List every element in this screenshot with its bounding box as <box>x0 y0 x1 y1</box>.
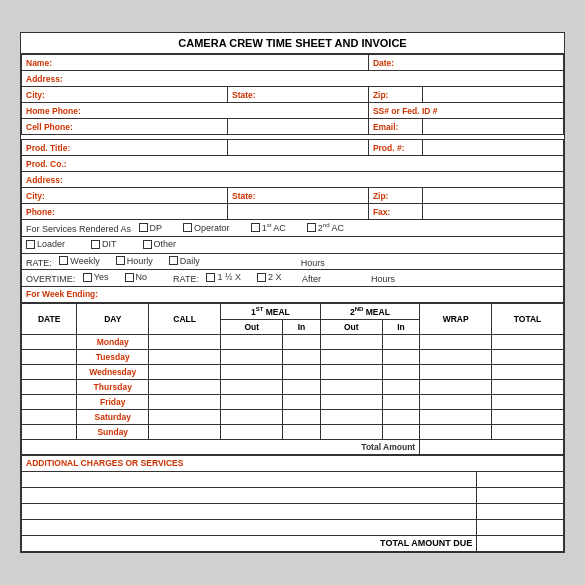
hourly-option[interactable]: Hourly <box>116 256 153 266</box>
add-charge-amount-3 <box>477 503 564 519</box>
add-charge-row-4 <box>22 519 477 535</box>
dp-option[interactable]: DP <box>139 223 163 233</box>
total-amount-label: Total Amount <box>22 439 420 454</box>
first-meal-header: 1ST MEAL <box>221 303 321 319</box>
table-row: Wednesday <box>22 364 564 379</box>
add-charge-amount-4 <box>477 519 564 535</box>
table-row: Saturday <box>22 409 564 424</box>
second-meal-out-header: Out <box>320 319 382 334</box>
hourly-label: Hourly <box>127 256 153 266</box>
no-checkbox[interactable] <box>125 273 134 282</box>
loader-label: Loader <box>37 239 65 249</box>
loader-option[interactable]: Loader <box>26 239 65 249</box>
phone-label: Phone: <box>22 204 228 220</box>
day-header: DAY <box>77 303 149 334</box>
prod-num-label: Prod. #: <box>368 140 422 156</box>
daily-checkbox[interactable] <box>169 256 178 265</box>
weekly-checkbox[interactable] <box>59 256 68 265</box>
hours2-label: Hours <box>371 274 395 284</box>
page-title: CAMERA CREW TIME SHEET AND INVOICE <box>21 33 564 54</box>
dp-checkbox[interactable] <box>139 223 148 232</box>
state-label: State: <box>227 87 368 103</box>
tuesday-cell: Tuesday <box>77 349 149 364</box>
monday-cell: Monday <box>77 334 149 349</box>
other-label: Other <box>154 239 177 249</box>
no-option[interactable]: No <box>125 272 148 282</box>
first-ac-option[interactable]: 1st AC <box>251 222 286 233</box>
call-header: CALL <box>149 303 221 334</box>
additional-charges-label: ADDITIONAL CHARGES OR SERVICES <box>22 455 564 471</box>
overtime-row: OVERTIME: Yes No RATE: 1 ½ X <box>22 270 564 287</box>
prod-co-label: Prod. Co.: <box>22 156 564 172</box>
invoice-page: CAMERA CREW TIME SHEET AND INVOICE Name:… <box>20 32 565 552</box>
total-header: TOTAL <box>492 303 564 334</box>
fax-label: Fax: <box>368 204 422 220</box>
friday-cell: Friday <box>77 394 149 409</box>
name-label: Name: <box>22 55 369 71</box>
wrap-header: WRAP <box>420 303 492 334</box>
yes-label: Yes <box>94 272 109 282</box>
city2-label: City: <box>22 188 228 204</box>
second-ac-checkbox[interactable] <box>307 223 316 232</box>
additional-charges-table: ADDITIONAL CHARGES OR SERVICES TOTAL AMO… <box>21 455 564 552</box>
total-due-label: TOTAL AMOUNT DUE <box>22 535 477 551</box>
dp-label: DP <box>150 223 163 233</box>
date-header: DATE <box>22 303 77 334</box>
address-label: Address: <box>22 71 564 87</box>
loader-row: Loader DIT Other <box>22 237 564 254</box>
operator-option[interactable]: Operator <box>183 223 230 233</box>
hours-label: Hours <box>301 257 325 267</box>
dit-checkbox[interactable] <box>91 240 100 249</box>
sunday-cell: Sunday <box>77 424 149 439</box>
yes-option[interactable]: Yes <box>83 272 109 282</box>
prod-title-label: Prod. Title: <box>22 140 228 156</box>
week-ending-label: For Week Ending: <box>22 286 564 302</box>
one-half-label: 1 ½ X <box>217 272 241 282</box>
add-charge-row-1 <box>22 471 477 487</box>
overtime-label: OVERTIME: <box>26 274 75 284</box>
first-meal-in-header: In <box>283 319 320 334</box>
two-x-label: 2 X <box>268 272 282 282</box>
table-row: Friday <box>22 394 564 409</box>
yes-checkbox[interactable] <box>83 273 92 282</box>
table-row: Tuesday <box>22 349 564 364</box>
saturday-cell: Saturday <box>77 409 149 424</box>
add-charge-amount-1 <box>477 471 564 487</box>
total-due-row: TOTAL AMOUNT DUE <box>22 535 564 551</box>
two-x-checkbox[interactable] <box>257 273 266 282</box>
ss-label: SS# or Fed. ID # <box>368 103 563 119</box>
one-half-checkbox[interactable] <box>206 273 215 282</box>
two-x-option[interactable]: 2 X <box>257 272 282 282</box>
dit-option[interactable]: DIT <box>91 239 117 249</box>
hourly-checkbox[interactable] <box>116 256 125 265</box>
table-row: Monday <box>22 334 564 349</box>
add-charge-row-2 <box>22 487 477 503</box>
form-table: Name: Date: Address: City: State: Zip: H… <box>21 54 564 303</box>
state2-label: State: <box>227 188 368 204</box>
zip-label: Zip: <box>368 87 422 103</box>
one-half-option[interactable]: 1 ½ X <box>206 272 241 282</box>
home-phone-label: Home Phone: <box>22 103 369 119</box>
services-row: For Services Rendered As DP Operator 1st… <box>22 220 564 237</box>
loader-checkbox[interactable] <box>26 240 35 249</box>
email-label: Email: <box>368 119 422 135</box>
first-ac-checkbox[interactable] <box>251 223 260 232</box>
table-row: Thursday <box>22 379 564 394</box>
second-meal-header: 2ND MEAL <box>320 303 420 319</box>
add-charge-amount-2 <box>477 487 564 503</box>
total-due-amount <box>477 535 564 551</box>
add-charge-row-3 <box>22 503 477 519</box>
operator-checkbox[interactable] <box>183 223 192 232</box>
weekly-option[interactable]: Weekly <box>59 256 99 266</box>
after-label: After <box>302 274 321 284</box>
dit-label: DIT <box>102 239 117 249</box>
services-label: For Services Rendered As <box>26 224 131 234</box>
weekly-label: Weekly <box>70 256 99 266</box>
daily-option[interactable]: Daily <box>169 256 200 266</box>
other-checkbox[interactable] <box>143 240 152 249</box>
rate2-label: RATE: <box>173 274 199 284</box>
second-ac-option[interactable]: 2nd AC <box>307 222 344 233</box>
other-option[interactable]: Other <box>143 239 177 249</box>
daily-label: Daily <box>180 256 200 266</box>
no-label: No <box>136 272 148 282</box>
